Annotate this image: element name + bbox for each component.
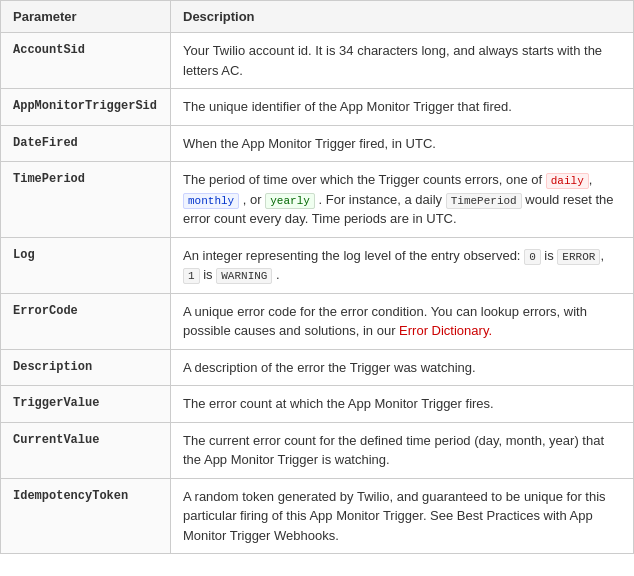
table-row: Description A description of the error t…: [1, 349, 634, 386]
param-description: Description: [1, 349, 171, 386]
table-row: IdempotencyToken A random token generate…: [1, 478, 634, 554]
column-header-parameter: Parameter: [1, 1, 171, 33]
code-timeperiod: TimePeriod: [446, 193, 522, 209]
param-account-sid: AccountSid: [1, 33, 171, 89]
error-dictionary-link[interactable]: Error Dictionary.: [399, 323, 492, 338]
desc-trigger-value: The error count at which the App Monitor…: [171, 386, 634, 423]
table-row: TimePeriod The period of time over which…: [1, 162, 634, 238]
param-error-code: ErrorCode: [1, 293, 171, 349]
desc-date-fired: When the App Monitor Trigger fired, in U…: [171, 125, 634, 162]
desc-description: A description of the error the Trigger w…: [171, 349, 634, 386]
table-row: TriggerValue The error count at which th…: [1, 386, 634, 423]
code-monthly: monthly: [183, 193, 239, 209]
table-row: Log An integer representing the log leve…: [1, 237, 634, 293]
param-trigger-value: TriggerValue: [1, 386, 171, 423]
desc-log: An integer representing the log level of…: [171, 237, 634, 293]
desc-idempotency-token: A random token generated by Twilio, and …: [171, 478, 634, 554]
table-row: ErrorCode A unique error code for the er…: [1, 293, 634, 349]
param-date-fired: DateFired: [1, 125, 171, 162]
param-log: Log: [1, 237, 171, 293]
param-idempotency-token: IdempotencyToken: [1, 478, 171, 554]
code-1: 1: [183, 268, 200, 284]
param-current-value: CurrentValue: [1, 422, 171, 478]
code-error: ERROR: [557, 249, 600, 265]
desc-time-period: The period of time over which the Trigge…: [171, 162, 634, 238]
desc-error-code: A unique error code for the error condit…: [171, 293, 634, 349]
table-row: AppMonitorTriggerSid The unique identifi…: [1, 89, 634, 126]
param-time-period: TimePeriod: [1, 162, 171, 238]
table-row: CurrentValue The current error count for…: [1, 422, 634, 478]
code-daily: daily: [546, 173, 589, 189]
column-header-description: Description: [171, 1, 634, 33]
desc-account-sid: Your Twilio account id. It is 34 charact…: [171, 33, 634, 89]
parameters-table: Parameter Description AccountSid Your Tw…: [0, 0, 634, 554]
code-warning: WARNING: [216, 268, 272, 284]
code-yearly: yearly: [265, 193, 315, 209]
param-app-monitor-trigger-sid: AppMonitorTriggerSid: [1, 89, 171, 126]
code-0: 0: [524, 249, 541, 265]
desc-app-monitor-trigger-sid: The unique identifier of the App Monitor…: [171, 89, 634, 126]
table-row: DateFired When the App Monitor Trigger f…: [1, 125, 634, 162]
desc-current-value: The current error count for the defined …: [171, 422, 634, 478]
table-row: AccountSid Your Twilio account id. It is…: [1, 33, 634, 89]
